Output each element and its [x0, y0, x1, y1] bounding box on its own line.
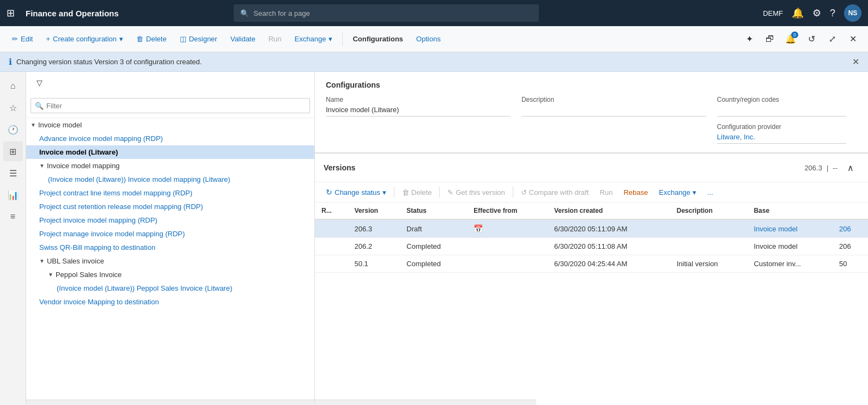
- tree-scroll-h[interactable]: [26, 400, 314, 405]
- tree-item-vendor-invoice[interactable]: Vendor invoice Mapping to destination: [26, 295, 314, 309]
- more-button[interactable]: ...: [703, 186, 718, 199]
- tree-item-peppol-litware[interactable]: (Invoice model (Litware)) Peppol Sales I…: [26, 281, 314, 295]
- top-nav-right: DEMF 🔔 ⚙ ? NS: [763, 4, 861, 22]
- settings-icon[interactable]: ⚙: [812, 7, 821, 19]
- versions-dash: --: [833, 164, 837, 172]
- cell-r: [315, 238, 348, 255]
- cell-version-created: 6/30/2020 05:11:09 AM: [548, 219, 670, 238]
- versions-delete-button[interactable]: 🗑 Delete: [398, 186, 436, 199]
- edit-button[interactable]: ✏ Edit: [7, 32, 38, 46]
- designer-button[interactable]: ◫ Designer: [174, 32, 223, 46]
- avatar[interactable]: NS: [844, 4, 861, 22]
- create-configuration-button[interactable]: + Create configuration ▾: [40, 32, 129, 46]
- collapse-icon: ▼: [48, 272, 53, 278]
- top-navbar: ⊞ Finance and Operations 🔍 Search for a …: [0, 0, 868, 26]
- open-in-new-icon[interactable]: 🗗: [761, 30, 779, 48]
- filter-icon[interactable]: ▽: [31, 74, 48, 91]
- change-status-button[interactable]: ↻ Change status ▾: [321, 186, 391, 199]
- chevron-down-icon: ▾: [119, 35, 123, 43]
- table-row[interactable]: 50.1 Completed 6/30/2020 04:25:44 AM Ini…: [315, 255, 868, 273]
- versions-scroll-h[interactable]: [315, 400, 536, 405]
- search-placeholder: Search for a page: [253, 9, 309, 17]
- config-country-field: Country/region codes Configuration provi…: [717, 96, 857, 144]
- tree-item-label: Project manage invoice model mapping (RD…: [39, 230, 185, 238]
- refresh-icon[interactable]: ↺: [803, 30, 820, 48]
- main-layout: ⌂ ☆ 🕐 ⊞ ☰ 📊 ≡ ▽ 🔍 ▼ Invoice model Advanc: [0, 72, 868, 405]
- tree-item-swiss-qr[interactable]: Swiss QR-Bill mapping to destination: [26, 241, 314, 254]
- tree-item-project-cust[interactable]: Project cust retention release model map…: [26, 200, 314, 213]
- tree-item-invoice-litware[interactable]: Invoice model (Litware): [26, 145, 314, 159]
- bookmark-icon[interactable]: ≡: [3, 207, 23, 226]
- cell-version-created: 6/30/2020 04:25:44 AM: [548, 255, 670, 273]
- grid-nav-icon[interactable]: ⊞: [3, 142, 23, 161]
- tree-item-label: Advance invoice model mapping (RDP): [39, 134, 163, 143]
- grid-icon[interactable]: ⊞: [7, 7, 15, 19]
- tree-item-invoice-model[interactable]: ▼ Invoice model: [26, 118, 314, 132]
- table-row[interactable]: 206.3 Draft 📅 6/30/2020 05:11:09 AM Invo…: [315, 219, 868, 238]
- table-row[interactable]: 206.2 Completed 6/30/2020 05:11:08 AM In…: [315, 238, 868, 255]
- filter-search-icon: 🔍: [35, 102, 44, 110]
- search-icon: 🔍: [240, 9, 249, 17]
- configurations-header: Configurations Name Invoice model (Litwa…: [315, 72, 868, 153]
- tree-item-invoice-model-mapping[interactable]: ▼ Invoice model mapping: [26, 159, 314, 173]
- config-name-field: Name Invoice model (Litware): [326, 96, 521, 144]
- validate-button[interactable]: Validate: [225, 32, 261, 46]
- tree-item-litware-mapping[interactable]: (Invoice model (Litware)) Invoice model …: [26, 173, 314, 186]
- versions-header-right: 206.3 | -- ∧: [804, 159, 859, 176]
- close-icon[interactable]: ✕: [844, 30, 861, 48]
- environment-label: DEMF: [763, 9, 783, 17]
- cell-description: [670, 219, 748, 238]
- tree-item-label: Invoice model (Litware): [39, 148, 118, 156]
- sidebar-icons: ⌂ ☆ 🕐 ⊞ ☰ 📊 ≡: [0, 72, 26, 405]
- config-provider-label: Configuration provider: [717, 123, 846, 131]
- run-version-button[interactable]: Run: [596, 186, 617, 199]
- personalize-icon[interactable]: ✦: [740, 30, 758, 48]
- notifications-icon[interactable]: 🔔: [792, 7, 804, 19]
- cell-base-num[interactable]: 206: [833, 219, 868, 238]
- tree-item-label: (Invoice model (Litware)) Invoice model …: [48, 175, 230, 183]
- config-provider-value[interactable]: Litware, Inc.: [717, 133, 846, 144]
- delete-button[interactable]: 🗑 Delete: [131, 32, 172, 46]
- cell-version: 50.1: [348, 255, 400, 273]
- search-bar[interactable]: 🔍 Search for a page: [234, 4, 539, 22]
- info-message: Changing version status Version 3 of con…: [16, 58, 202, 66]
- collapse-icon: ▼: [39, 258, 45, 264]
- run-button[interactable]: Run: [263, 32, 287, 46]
- expand-icon[interactable]: ⤢: [823, 30, 841, 48]
- tree-item-label: Invoice model mapping: [47, 162, 120, 170]
- tree-filter-input[interactable]: [31, 98, 310, 113]
- versions-table: R... Version Status Effective from Versi…: [315, 202, 868, 273]
- exchange-button[interactable]: Exchange ▾: [289, 32, 338, 46]
- compare-draft-button[interactable]: ↺ Compare with draft: [517, 186, 593, 199]
- chart-icon[interactable]: 📊: [3, 185, 23, 205]
- tree-item-project-contract[interactable]: Project contract line items model mappin…: [26, 186, 314, 200]
- collapse-icon: ▼: [31, 122, 36, 128]
- cell-base[interactable]: Invoice model: [747, 219, 833, 238]
- tree-item-project-invoice[interactable]: Project invoice model mapping (RDP): [26, 213, 314, 227]
- help-icon[interactable]: ?: [830, 8, 835, 19]
- list-icon[interactable]: ☰: [3, 163, 23, 183]
- tree-item-advance-invoice[interactable]: Advance invoice model mapping (RDP): [26, 132, 314, 145]
- trash-icon: 🗑: [136, 35, 143, 43]
- col-base: Base: [747, 202, 833, 219]
- options-button[interactable]: Options: [411, 32, 446, 46]
- configurations-button[interactable]: Configurations: [347, 32, 408, 46]
- tree-item-peppol[interactable]: ▼ Peppol Sales Invoice: [26, 268, 314, 281]
- cell-description: Initial version: [670, 255, 748, 273]
- star-icon[interactable]: ☆: [3, 98, 23, 118]
- right-panel: Configurations Name Invoice model (Litwa…: [315, 72, 868, 405]
- exchange-version-button[interactable]: Exchange ▾: [654, 186, 701, 199]
- notification-badge-icon[interactable]: 🔔 0: [782, 30, 799, 48]
- tree-item-project-manage[interactable]: Project manage invoice model mapping (RD…: [26, 227, 314, 241]
- versions-collapse-icon[interactable]: ∧: [842, 159, 859, 176]
- home-icon[interactable]: ⌂: [3, 76, 23, 96]
- rebase-button[interactable]: Rebase: [619, 186, 652, 199]
- tree-item-ubl[interactable]: ▼ UBL Sales invoice: [26, 254, 314, 268]
- tree-item-label: Swiss QR-Bill mapping to destination: [39, 243, 155, 251]
- recent-icon[interactable]: 🕐: [3, 120, 23, 139]
- filter-bar: ▽: [26, 72, 314, 94]
- get-this-version-button[interactable]: ✎ Get this version: [443, 186, 509, 199]
- cell-effective-from: 📅: [467, 219, 548, 238]
- versions-separator: |: [827, 164, 828, 172]
- info-close-icon[interactable]: ✕: [852, 57, 859, 67]
